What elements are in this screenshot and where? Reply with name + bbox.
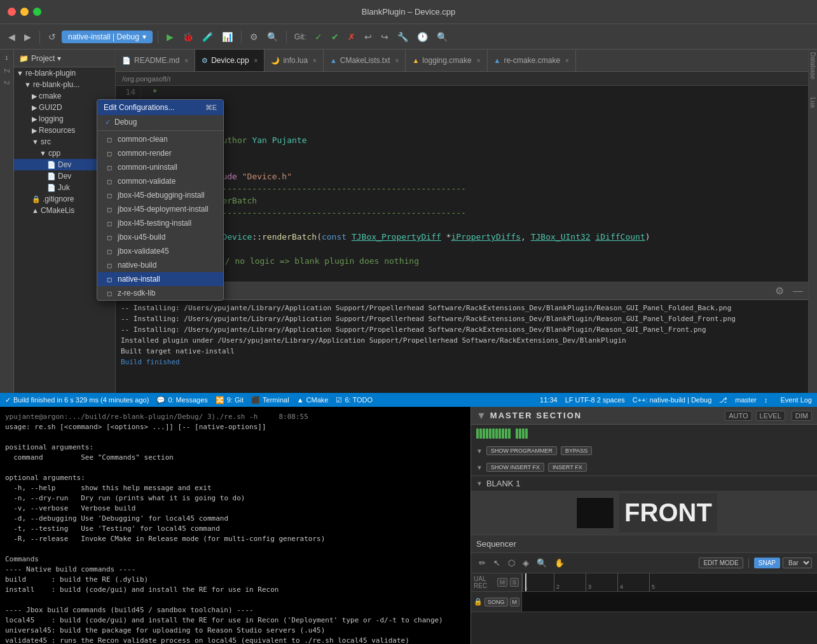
tab-close-device-cpp[interactable]: × <box>254 57 258 64</box>
pencil-tool-button[interactable]: ✏ <box>476 557 488 569</box>
dropdown-item-jbox-validate[interactable]: ◻ jbox-validate45 <box>97 244 223 258</box>
term-line-blank2 <box>5 463 465 473</box>
minimize-panel-icon[interactable]: — <box>793 285 803 297</box>
config-dropdown[interactable]: native-install | Debug ▾ <box>62 31 153 43</box>
code-content[interactable]: * * the License. * * @author Yan Pujante… <box>141 86 808 282</box>
git-log-icon[interactable]: 🕐 <box>414 31 431 43</box>
terminal-content[interactable]: ypujante@argon:.../build/re-blank-plugin… <box>0 407 470 644</box>
dropdown-item-jbox-testing[interactable]: ◻ jbox-l45-testing-install <box>97 216 223 230</box>
tab-logging-cmake[interactable]: ▲ logging.cmake × <box>406 50 487 71</box>
edit-mode-button[interactable]: EDIT MODE <box>699 558 743 568</box>
favorites-sidebar-icon[interactable]: 2 <box>3 81 11 85</box>
tree-item-re-blank-plu[interactable]: ▼ re-blank-plu... <box>14 79 115 90</box>
tab-readme[interactable]: 📄 README.md × <box>116 50 195 71</box>
edit-configurations-button[interactable]: Edit Configurations... ⌘E <box>97 100 223 115</box>
status-build[interactable]: ✓ Build finished in 6 s 329 ms (4 minute… <box>5 396 149 404</box>
song-button[interactable]: SONG <box>484 598 508 606</box>
lock-icon[interactable]: 🔒 <box>474 598 483 606</box>
tab-close-re-cmake[interactable]: × <box>565 57 569 64</box>
dim-button[interactable]: DIM <box>792 411 812 421</box>
hand-tool-button[interactable]: ✋ <box>552 557 567 569</box>
tab-cmakelists[interactable]: ▲ CMakeLists.txt × <box>324 50 406 71</box>
structure-sidebar-icon[interactable]: Z <box>3 69 11 73</box>
fold-show-icon: ▼ <box>476 448 483 455</box>
tab-re-cmake[interactable]: ▲ re-cmake.cmake × <box>488 50 576 71</box>
sync-icon[interactable]: ↕ <box>764 396 768 404</box>
status-messages[interactable]: 💬 0: Messages <box>156 396 207 404</box>
git-x-icon[interactable]: ✗ <box>345 31 359 43</box>
nav-forward-button[interactable]: ▶ <box>21 31 34 43</box>
coverage-button[interactable]: 🧪 <box>199 31 216 43</box>
dropdown-item-common-clean[interactable]: ◻ common-clean <box>97 132 223 146</box>
event-log-button[interactable]: Event Log <box>780 396 812 404</box>
dropdown-item-common-uninstall[interactable]: ◻ common-uninstall <box>97 160 223 174</box>
s-btn[interactable]: S <box>510 578 519 587</box>
gear-icon[interactable]: ⚙ <box>775 285 784 297</box>
dropdown-item-debug[interactable]: ✓ Debug <box>97 115 223 129</box>
snap-button[interactable]: SNAP <box>754 558 780 568</box>
status-terminal[interactable]: ⬛ Terminal <box>251 396 289 404</box>
debug-button[interactable]: 🐞 <box>179 31 196 43</box>
show-insert-fx-button[interactable]: SHOW INSERT FX <box>486 463 544 472</box>
show-programmer-button[interactable]: SHOW PROGRAMMER <box>486 446 557 455</box>
dropdown-item-jbox-debugging[interactable]: ◻ jbox-l45-debugging-install <box>97 188 223 202</box>
profile-button[interactable]: 📊 <box>219 31 236 43</box>
build-run-icon[interactable]: ▶ <box>163 31 177 43</box>
search-icon[interactable]: 🔍 <box>264 31 281 43</box>
dropdown-item-native-build[interactable]: ◻ native-build <box>97 258 223 272</box>
git-tools-icon[interactable]: 🔧 <box>394 31 411 43</box>
terminal-panel[interactable]: ypujante@argon:.../build/re-blank-plugin… <box>0 407 470 644</box>
tab-close-cmakelists[interactable]: × <box>395 57 399 64</box>
magnify-tool-button[interactable]: ◈ <box>520 557 532 569</box>
dropdown-item-native-install[interactable]: ◻ native-install <box>97 272 223 286</box>
refresh-button[interactable]: ↺ <box>45 31 59 43</box>
dropdown-item-z-re-sdk[interactable]: ◻ z-re-sdk-lib <box>97 286 223 300</box>
m-btn[interactable]: M <box>497 578 507 587</box>
tab-close-logging-cmake[interactable]: × <box>477 57 481 64</box>
git-search-icon[interactable]: 🔍 <box>434 31 451 43</box>
lasso-tool-button[interactable]: ⬡ <box>505 557 518 569</box>
project-panel-header[interactable]: 📁 Project ▾ <box>14 50 115 67</box>
seq-track-content[interactable] <box>522 592 817 612</box>
project-sidebar-icon[interactable]: 1 <box>5 55 8 61</box>
dropdown-item-jbox-u45[interactable]: ◻ jbox-u45-build <box>97 230 223 244</box>
tab-close-info-lua[interactable]: × <box>313 57 317 64</box>
database-label[interactable]: Database <box>809 50 816 82</box>
git-revert-icon[interactable]: ↩ <box>361 31 375 43</box>
auto-button[interactable]: AUTO <box>725 411 752 421</box>
cmake-button[interactable]: ⚙ <box>247 31 261 43</box>
minimize-button[interactable] <box>20 8 29 16</box>
git-tick-icon[interactable]: ✔ <box>328 31 342 43</box>
pointer-tool-button[interactable]: ↖ <box>491 557 503 569</box>
status-todo[interactable]: ☑ 6: TODO <box>336 396 373 404</box>
code-line-20: #include "Device.h" <box>148 158 802 170</box>
code-line-14: * <box>148 86 802 98</box>
close-button[interactable] <box>8 8 16 16</box>
term-line-2: positional arguments: <box>5 442 465 453</box>
git-forward-icon[interactable]: ↪ <box>378 31 392 43</box>
tree-item-re-blank-plugin[interactable]: ▼ re-blank-plugin <box>14 67 115 79</box>
tab-close-readme[interactable]: × <box>184 57 188 64</box>
bypass-button[interactable]: BYPASS <box>561 446 592 455</box>
status-git[interactable]: 🔀 9: Git <box>216 396 244 404</box>
config-icon: ◻ <box>105 234 114 241</box>
lua-panel-label[interactable]: Lua <box>809 95 816 111</box>
master-controls-right: DIM <box>792 411 812 421</box>
maximize-button[interactable] <box>33 8 41 16</box>
nav-back-button[interactable]: ◀ <box>5 31 18 43</box>
insert-fx-button[interactable]: INSERT FX <box>548 463 587 472</box>
m-track-btn[interactable]: M <box>510 598 520 606</box>
status-cmake[interactable]: ▲ CMake <box>297 396 329 404</box>
tab-info-lua[interactable]: 🌙 info.lua × <box>264 50 324 71</box>
front-label: FRONT <box>619 493 717 532</box>
config-icon: ◻ <box>105 150 114 157</box>
bar-select[interactable]: Bar <box>783 558 812 568</box>
search-tool-button[interactable]: 🔍 <box>534 557 549 569</box>
dropdown-item-common-validate[interactable]: ◻ common-validate <box>97 174 223 188</box>
dropdown-item-jbox-deployment[interactable]: ◻ jbox-l45-deployment-install <box>97 202 223 216</box>
level-button[interactable]: LEVEL <box>756 411 785 421</box>
git-check-icon[interactable]: ✓ <box>312 31 326 43</box>
led-r2 <box>519 428 521 439</box>
tab-device-cpp[interactable]: ⚙ Device.cpp × <box>195 50 264 71</box>
dropdown-item-common-render[interactable]: ◻ common-render <box>97 146 223 160</box>
